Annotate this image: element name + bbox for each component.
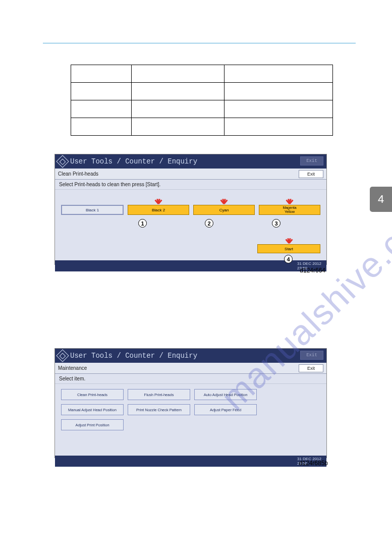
screenshot-clean-printheads: User Tools / Counter / Enquiry Exit Clea… xyxy=(54,154,327,265)
data-table xyxy=(71,65,333,136)
body-area: Black 1 Black 2 Cyan Magenta Yellow 1 2 … xyxy=(55,190,326,260)
touch-burst-icon xyxy=(285,238,293,243)
instruction-text: Select Print-heads to clean then press [… xyxy=(55,180,326,190)
screenshot-maintenance: User Tools / Counter / Enquiry Exit Main… xyxy=(54,348,327,458)
head-label: Black 2 xyxy=(152,208,165,212)
head-cyan-button[interactable]: Cyan xyxy=(193,205,255,215)
callout-3: 3 xyxy=(272,219,281,228)
touch-burst-icon xyxy=(286,199,294,204)
figure-caption-1: d124r664 xyxy=(300,267,325,274)
callout-4: 4 xyxy=(284,255,293,263)
callout-1: 1 xyxy=(138,219,147,228)
head-black2-button[interactable]: Black 2 xyxy=(128,205,189,215)
body-area: Clean Print-heads Flush Print-heads Auto… xyxy=(55,384,326,456)
panel-title: User Tools / Counter / Enquiry xyxy=(70,352,197,360)
exit-button[interactable]: Exit xyxy=(299,364,323,372)
diamond-icon xyxy=(56,155,69,168)
head-label: Cyan xyxy=(219,208,229,212)
head-magenta-yellow-button[interactable]: Magenta Yellow xyxy=(259,205,320,215)
figure-caption-2: d124r685b xyxy=(299,460,328,467)
head-black1-button[interactable]: Black 1 xyxy=(61,205,124,215)
panel-footer: 31 DEC 2012 23:50 xyxy=(55,456,326,467)
adjust-print-position-button[interactable]: Adjust Print Position xyxy=(61,419,124,430)
panel-title-bar: User Tools / Counter / Enquiry Exit xyxy=(55,154,326,169)
flush-printheads-button[interactable]: Flush Print-heads xyxy=(128,389,190,400)
head-label: Black 1 xyxy=(86,208,99,212)
clean-printheads-button[interactable]: Clean Print-heads xyxy=(61,389,124,400)
sub-header: Clean Print-heads Exit xyxy=(55,169,326,180)
instruction-text: Select item. xyxy=(55,374,326,384)
sub-header: Maintenance Exit xyxy=(55,363,326,374)
chapter-tab: 4 xyxy=(370,187,392,212)
header-exit-button[interactable]: Exit xyxy=(300,351,323,360)
footer-date: 31 DEC 2012 xyxy=(297,261,321,266)
exit-button[interactable]: Exit xyxy=(299,170,323,178)
sub-header-label: Maintenance xyxy=(58,365,87,371)
auto-adjust-head-button[interactable]: Auto Adjust Head Position xyxy=(194,389,257,400)
sub-header-label: Clean Print-heads xyxy=(58,171,98,177)
diamond-icon xyxy=(56,349,69,362)
start-label: Start xyxy=(285,247,293,251)
manual-adjust-head-button[interactable]: Manual Adjust Head Position xyxy=(61,404,124,415)
print-nozzle-check-button[interactable]: Print Nozzle Check Pattern xyxy=(128,404,190,415)
head-label: Magenta Yellow xyxy=(283,206,296,214)
header-exit-button[interactable]: Exit xyxy=(300,156,323,165)
panel-title-bar: User Tools / Counter / Enquiry Exit xyxy=(55,349,326,363)
panel-title: User Tools / Counter / Enquiry xyxy=(70,157,197,165)
callout-2: 2 xyxy=(205,219,213,228)
touch-burst-icon xyxy=(220,199,228,204)
touch-burst-icon xyxy=(154,199,162,204)
header-rule xyxy=(43,43,356,43)
adjust-paper-feed-button[interactable]: Adjust Paper Feed xyxy=(194,404,257,415)
start-button[interactable]: Start xyxy=(257,244,320,253)
